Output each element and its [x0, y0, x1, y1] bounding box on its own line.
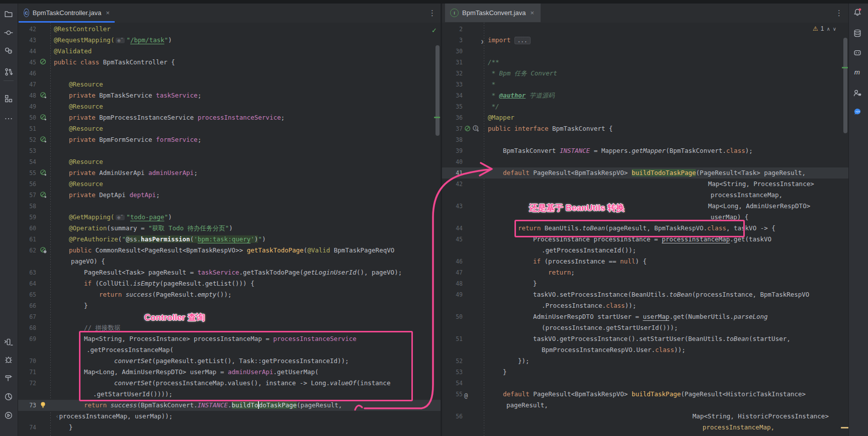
tab-bpmtaskcontroller[interactable]: C BpmTaskController.java ×	[19, 4, 115, 22]
profiler-pie-icon[interactable]	[3, 391, 15, 403]
spring-bean-icon[interactable]	[40, 58, 46, 65]
code-line-48: 48private BpmTaskService taskService;	[18, 90, 441, 101]
code-text: Map<String, ProcessInstance> processInst…	[84, 333, 357, 344]
line-number: 33	[442, 79, 463, 90]
code-line-wrap: userMap) {	[442, 212, 848, 223]
spring-bean-mapping-icon[interactable]	[40, 246, 47, 254]
code-text: userMap) {	[711, 212, 748, 223]
maven-m-icon[interactable]: m	[851, 66, 863, 78]
spring-bean-icon[interactable]	[40, 136, 47, 143]
prev-problem-icon[interactable]: ∧	[826, 26, 830, 32]
git-branch-icon[interactable]	[3, 66, 15, 78]
code-line-wrap: ‹processInstanceMap, userMap));	[18, 411, 441, 422]
code-line-50: 50AdminUserRespDTO startUser = userMap.g…	[442, 311, 848, 322]
line-number: 56	[18, 179, 36, 190]
line-number: 39	[442, 145, 463, 156]
implementations-icon[interactable]: I	[464, 125, 480, 132]
code-line-42: 42Map<String, ProcessInstance>	[442, 179, 848, 190]
code-text: @RequestMapping(⊕ˇ"/bpm/task")	[54, 35, 172, 46]
code-text: .getProcessInstanceId());	[542, 245, 636, 256]
inspection-widget-right[interactable]: ⚠ 1 ∧ ∨	[813, 25, 836, 32]
code-line-40: 40	[442, 156, 848, 167]
spring-bean-icon[interactable]	[40, 169, 47, 177]
inspection-widget-left[interactable]: ✓	[431, 27, 437, 34]
code-line-47: 47return;	[442, 267, 848, 278]
run-play-icon[interactable]	[3, 409, 15, 421]
structure-icon[interactable]	[3, 93, 15, 105]
spring-bean-icon[interactable]	[40, 114, 47, 121]
database-icon[interactable]	[851, 27, 863, 39]
code-line-63: 63PageResult<Task> pageResult = taskServ…	[18, 267, 441, 278]
code-line-45: 45public class BpmTaskController {	[18, 57, 441, 68]
tab-options-kebab-icon[interactable]: ⋮	[428, 10, 436, 16]
editor-pane-right: I BpmTaskConvert.java × ⋮ ⚠ 1 ∧ ∨ 23❯imp…	[442, 0, 848, 436]
code-line-70: 70convertSet(pageResult.getList(), Task:…	[18, 356, 441, 367]
gradle-robot-icon[interactable]	[851, 47, 863, 59]
code-editor-left[interactable]: ✓ 42@RestController43@RequestMapping(⊕ˇ"…	[18, 23, 441, 436]
code-text: Map<String, HistoricProcessInstance>	[692, 411, 829, 422]
tab-options-kebab-icon[interactable]: ⋮	[835, 10, 843, 16]
code-text: BpmProcessInstanceRespVO.User.class));	[542, 344, 685, 356]
pane-divider[interactable]	[441, 0, 442, 436]
commit-icon[interactable]	[3, 27, 15, 39]
line-number: 56	[442, 411, 463, 422]
ai-chat-icon[interactable]: </>	[851, 106, 863, 118]
close-tab-icon[interactable]: ×	[530, 9, 534, 17]
code-text: *	[488, 79, 495, 90]
next-problem-icon[interactable]: ∨	[833, 26, 836, 32]
code-text: if (processInstance == null) {	[533, 256, 647, 267]
line-number: 51	[18, 123, 36, 134]
folder-icon[interactable]	[3, 8, 15, 20]
svg-text:I: I	[475, 126, 477, 130]
code-line-34: 34 * @author 芋道源码	[442, 90, 848, 101]
line-number: 46	[442, 256, 463, 267]
spring-bean-icon[interactable]	[40, 191, 47, 199]
code-text: Map<Long, AdminUserRespDTO> userMap = ad…	[84, 367, 319, 378]
code-line-61: 61@PreAuthorize("@ss.hasPermission('bpm:…	[18, 234, 441, 245]
code-text: @Validated	[54, 46, 92, 57]
panel-arrows-icon[interactable]	[3, 336, 15, 348]
code-text: @RestController	[54, 24, 111, 35]
code-text: private AdminUserApi adminUserApi;	[69, 167, 198, 179]
code-text: @Resource	[69, 156, 103, 167]
code-line-38: 38	[442, 134, 848, 145]
close-tab-icon[interactable]: ×	[106, 9, 110, 17]
more-icon[interactable]	[3, 113, 15, 125]
tab-bpmtaskconvert[interactable]: I BpmTaskConvert.java ×	[445, 4, 541, 22]
line-number: 49	[18, 101, 36, 112]
window-top-edge	[0, 0, 868, 4]
users-question-icon[interactable]: ?	[3, 45, 15, 57]
java-interface-icon: I	[450, 9, 459, 17]
line-number: 48	[18, 90, 36, 101]
tab-bar-right: I BpmTaskConvert.java × ⋮	[442, 4, 848, 23]
code-line-wrap: pageResult,	[442, 400, 848, 411]
line-number: 65	[18, 289, 36, 300]
line-number: 41	[442, 167, 463, 179]
debug-bug-icon[interactable]	[3, 354, 15, 366]
user-chat-icon[interactable]	[851, 87, 863, 99]
code-text: taskVO.setProcessInstance(BeanUtils.toBe…	[533, 289, 809, 300]
code-text: private BpmProcessInstanceService proces…	[69, 112, 285, 123]
code-text: @Resource	[69, 179, 103, 190]
code-line-42: 42@RestController	[18, 24, 441, 35]
intention-lightbulb-icon[interactable]	[40, 401, 46, 409]
code-text: import ...	[488, 35, 531, 46]
build-hammer-icon[interactable]	[3, 372, 15, 384]
java-class-icon: C	[24, 9, 29, 17]
code-text: processInstanceMap,	[703, 422, 774, 433]
code-line-53: 53	[18, 145, 441, 156]
code-editor-right[interactable]: ⚠ 1 ∧ ∨ 23❯import ...3031/**32 * Bpm 任务 …	[442, 23, 848, 436]
line-number: 71	[18, 367, 36, 378]
tab-bar-left: C BpmTaskController.java × ⋮	[18, 4, 441, 23]
spring-bean-icon[interactable]	[40, 92, 47, 99]
code-line-2: 2	[442, 24, 848, 35]
line-number: 44	[442, 223, 463, 234]
line-number: 40	[442, 156, 463, 167]
tab-label: BpmTaskController.java	[33, 9, 102, 17]
code-line-wrap: (processInstance.getStartUserId()));	[442, 322, 848, 333]
code-line-65: 65return success(PageResult.empty());	[18, 289, 441, 300]
code-line-50: 50private BpmProcessInstanceService proc…	[18, 112, 441, 123]
notifications-bell-icon[interactable]	[851, 6, 863, 18]
strip-divider	[4, 80, 14, 81]
line-number: 35	[442, 101, 463, 112]
